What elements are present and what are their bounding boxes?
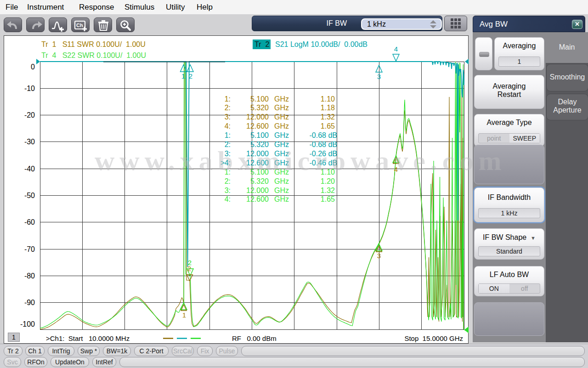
svg-text:Ch: Ch: [76, 23, 83, 28]
